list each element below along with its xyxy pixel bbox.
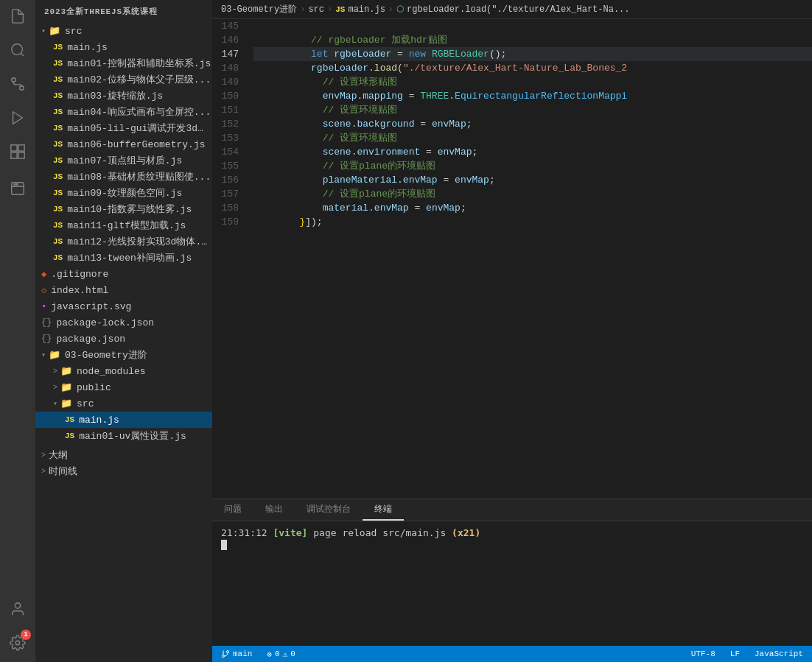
js-icon: JS	[53, 124, 63, 133]
file-main01[interactable]: JS main01-控制器和辅助坐标系.js	[35, 55, 212, 71]
folder-public[interactable]: > 📁 public	[35, 379, 212, 395]
svg-point-3	[12, 78, 16, 82]
file-main06[interactable]: JS main06-bufferGeometry.js	[35, 136, 212, 152]
file-index-html[interactable]: ◇ index.html	[35, 282, 212, 298]
file-javascript-svg[interactable]: ▪ javascript.svg	[35, 298, 212, 314]
js-icon: JS	[53, 221, 63, 230]
file-main02[interactable]: JS main02-位移与物体父子层级...	[35, 71, 212, 88]
svg-rect-8	[11, 152, 17, 158]
activity-bar-bottom: 1	[7, 599, 28, 662]
svg-point-11	[14, 184, 15, 186]
js-icon: JS	[65, 415, 74, 424]
section-arrow-icon: >	[41, 468, 46, 476]
file-main10[interactable]: JS main10-指数雾与线性雾.js	[35, 201, 212, 217]
js-icon: JS	[53, 156, 63, 165]
folder-node-modules[interactable]: > 📁 node_modules	[35, 363, 212, 379]
folder-03geometry[interactable]: ▾ 📁 03-Geometry进阶	[35, 347, 212, 363]
src-folder[interactable]: ▾ 📁 src	[35, 23, 212, 39]
file-main01-uv[interactable]: JS main01-uv属性设置.js	[35, 428, 212, 444]
activity-bar: 1	[0, 0, 35, 662]
svg-point-12	[16, 184, 18, 186]
run-debug-icon[interactable]	[7, 108, 28, 128]
terminal-content[interactable]: 21:31:12 [vite] page reload src/main.js …	[212, 521, 812, 646]
status-line-ending[interactable]: LF	[727, 646, 743, 662]
code-line-145: // rgbeLoader 加载hdr贴图	[253, 19, 812, 33]
file-package-lock[interactable]: {} package-lock.json	[35, 314, 212, 331]
file-main-js[interactable]: JS main.js	[35, 39, 212, 55]
breadcrumb: 03-Geometry进阶 › src › JS main.js › ⬡ rgb…	[212, 0, 812, 19]
tab-debug-console[interactable]: 调试控制台	[295, 499, 363, 521]
folder-arrow-icon: >	[53, 384, 57, 392]
svg-line-1	[21, 53, 24, 56]
file-main-js-active[interactable]: JS main.js	[35, 412, 212, 428]
editor-area: 03-Geometry进阶 › src › JS main.js › ⬡ rgb…	[212, 0, 812, 662]
terminal-cursor-line	[221, 538, 803, 550]
js-icon: JS	[53, 108, 63, 116]
file-gitignore[interactable]: ◆ .gitignore	[35, 266, 212, 282]
svg-point-13	[15, 603, 20, 608]
folder-icon: 📁	[49, 25, 60, 37]
folder-icon: 📁	[60, 365, 72, 377]
folder-arrow-icon: >	[53, 367, 57, 376]
js-icon: JS	[53, 140, 63, 149]
folder-icon: 📁	[60, 398, 72, 409]
js-icon: JS	[53, 237, 63, 246]
file-main04[interactable]: JS main04-响应式画布与全屏控...	[35, 104, 212, 120]
file-main07[interactable]: JS main07-顶点组与材质.js	[35, 152, 212, 169]
js-icon: JS	[53, 253, 63, 262]
status-branch[interactable]: main	[218, 646, 255, 662]
terminal-cursor	[221, 540, 227, 550]
svg-icon: ▪	[41, 301, 46, 311]
file-main03[interactable]: JS main03-旋转缩放.js	[35, 88, 212, 104]
code-editor[interactable]: 145 146 147 148 149 150 151 152 153 154 …	[212, 19, 812, 499]
status-encoding[interactable]: UTF-8	[688, 646, 718, 662]
warning-count: 0	[290, 649, 295, 658]
search-activity-icon[interactable]	[7, 40, 28, 60]
tab-problems[interactable]: 问题	[212, 499, 253, 521]
settings-icon[interactable]: 1	[7, 633, 28, 653]
settings-badge: 1	[21, 630, 31, 640]
svg-point-17	[223, 655, 225, 658]
terminal-panel: 问题 输出 调试控制台 终端 21:31:12 [vite] page relo…	[212, 499, 812, 646]
timeline-section[interactable]: > 时间线	[35, 463, 212, 479]
file-main05[interactable]: JS main05-lil-gui调试开发3d应...	[35, 120, 212, 136]
git-branch-icon	[221, 649, 230, 658]
js-icon: JS	[53, 59, 63, 68]
tab-output[interactable]: 输出	[253, 499, 295, 521]
breadcrumb-symbol-text: rgbeLoader.load("./texture/Alex_Hart-Na.…	[407, 4, 629, 15]
file-main13[interactable]: JS main13-tween补间动画.js	[35, 250, 212, 266]
encoding-label: UTF-8	[691, 649, 715, 658]
status-errors[interactable]: ⊗ 0 ⚠ 0	[264, 646, 298, 662]
explorer-icon[interactable]	[7, 6, 28, 27]
line-ending-label: LF	[730, 649, 740, 658]
js-icon: JS	[53, 91, 63, 100]
git-icon: ◆	[41, 269, 46, 280]
svg-point-16	[227, 651, 229, 653]
file-package-json[interactable]: {} package.json	[35, 331, 212, 347]
folder-arrow-icon: ▾	[53, 399, 57, 408]
error-count: 0	[275, 649, 280, 658]
json-icon: {}	[41, 334, 52, 344]
code-line-159	[253, 215, 812, 229]
extensions-icon[interactable]	[7, 141, 28, 162]
file-main09[interactable]: JS main09-纹理颜色空间.js	[35, 185, 212, 201]
account-icon[interactable]	[7, 599, 28, 619]
branch-name: main	[233, 649, 252, 658]
source-control-icon[interactable]	[7, 74, 28, 94]
status-language[interactable]: JavaScript	[752, 646, 806, 662]
file-main08[interactable]: JS main08-基础材质纹理贴图使...	[35, 169, 212, 185]
json-icon: {}	[41, 317, 52, 328]
tab-terminal[interactable]: 终端	[363, 499, 404, 521]
folder-src-inner[interactable]: ▾ 📁 src	[35, 395, 212, 412]
svg-point-0	[12, 44, 23, 55]
js-icon: JS	[53, 189, 63, 197]
remote-explorer-icon[interactable]	[7, 178, 28, 199]
outline-section[interactable]: > 大纲	[35, 447, 212, 463]
file-main12[interactable]: JS main12-光线投射实现3d物体...	[35, 233, 212, 250]
svg-rect-6	[18, 145, 24, 151]
svg-rect-5	[11, 145, 17, 151]
file-tree: ▾ 📁 src JS main.js JS main01-控制器和辅助坐标系.j…	[35, 23, 212, 662]
language-label: JavaScript	[755, 649, 803, 658]
js-icon: JS	[53, 75, 63, 84]
file-main11[interactable]: JS main11-gltf模型加载.js	[35, 217, 212, 233]
